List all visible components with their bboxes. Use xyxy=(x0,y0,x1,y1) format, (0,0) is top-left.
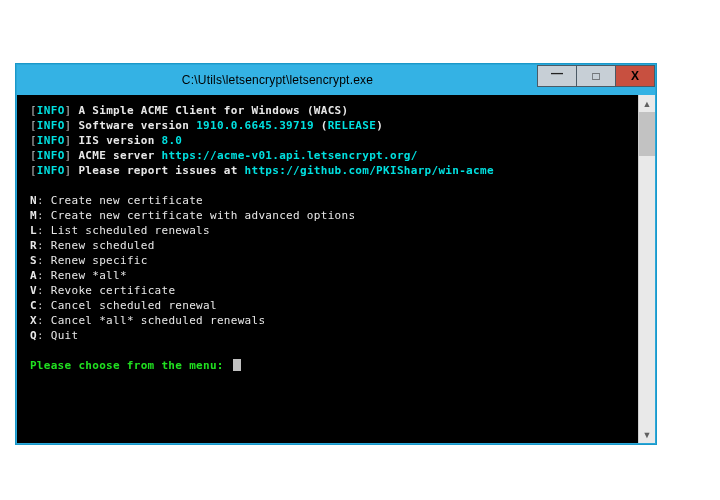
menu-key: V xyxy=(30,284,37,297)
menu-key: L xyxy=(30,224,37,237)
menu-key: S xyxy=(30,254,37,267)
menu-label: Renew specific xyxy=(51,254,148,267)
release-tag: RELEASE xyxy=(328,119,376,132)
vertical-scrollbar[interactable]: ▲ ▼ xyxy=(638,95,655,443)
menu-key: N xyxy=(30,194,37,207)
info-line-text: A Simple ACME Client for Windows (WACS) xyxy=(78,104,348,117)
maximize-icon: □ xyxy=(592,69,599,83)
acme-server-url: https://acme-v01.api.letsencrypt.org/ xyxy=(162,149,418,162)
maximize-button[interactable]: □ xyxy=(576,65,616,87)
info-tag: INFO xyxy=(37,119,65,132)
console-output[interactable]: [INFO] A Simple ACME Client for Windows … xyxy=(17,95,655,443)
menu-label: Revoke certificate xyxy=(51,284,176,297)
menu-key: C xyxy=(30,299,37,312)
minimize-icon: — xyxy=(551,66,563,80)
titlebar[interactable]: C:\Utils\letsencrypt\letsencrypt.exe — □… xyxy=(17,65,655,95)
software-version: 1910.0.6645.39719 xyxy=(196,119,314,132)
minimize-button[interactable]: — xyxy=(537,65,577,87)
menu-key: A xyxy=(30,269,37,282)
window-controls: — □ X xyxy=(538,65,655,95)
console-window: C:\Utils\letsencrypt\letsencrypt.exe — □… xyxy=(16,64,656,444)
menu-key: X xyxy=(30,314,37,327)
close-button[interactable]: X xyxy=(615,65,655,87)
menu-label: Create new certificate with advanced opt… xyxy=(51,209,356,222)
window-title: C:\Utils\letsencrypt\letsencrypt.exe xyxy=(17,73,538,87)
scroll-track[interactable] xyxy=(639,112,655,426)
menu-key: R xyxy=(30,239,37,252)
issues-url: https://github.com/PKISharp/win-acme xyxy=(245,164,494,177)
menu-label: Quit xyxy=(51,329,79,342)
iis-version: 8.0 xyxy=(162,134,183,147)
console-area: [INFO] A Simple ACME Client for Windows … xyxy=(17,95,655,443)
info-tag: INFO xyxy=(37,164,65,177)
scroll-down-button[interactable]: ▼ xyxy=(639,426,655,443)
chevron-down-icon: ▼ xyxy=(643,430,652,440)
menu-label: List scheduled renewals xyxy=(51,224,210,237)
menu-label: Cancel scheduled renewal xyxy=(51,299,217,312)
cursor-icon xyxy=(233,359,241,371)
menu-label: Create new certificate xyxy=(51,194,203,207)
menu-key: M xyxy=(30,209,37,222)
menu-key: Q xyxy=(30,329,37,342)
close-icon: X xyxy=(631,69,639,83)
scroll-thumb[interactable] xyxy=(639,112,655,156)
info-tag: INFO xyxy=(37,134,65,147)
prompt-text: Please choose from the menu: xyxy=(23,359,231,372)
chevron-up-icon: ▲ xyxy=(643,99,652,109)
info-tag: INFO xyxy=(37,149,65,162)
scroll-up-button[interactable]: ▲ xyxy=(639,95,655,112)
info-tag: INFO xyxy=(37,104,65,117)
menu-label: Cancel *all* scheduled renewals xyxy=(51,314,266,327)
menu-label: Renew scheduled xyxy=(51,239,155,252)
menu-label: Renew *all* xyxy=(51,269,127,282)
